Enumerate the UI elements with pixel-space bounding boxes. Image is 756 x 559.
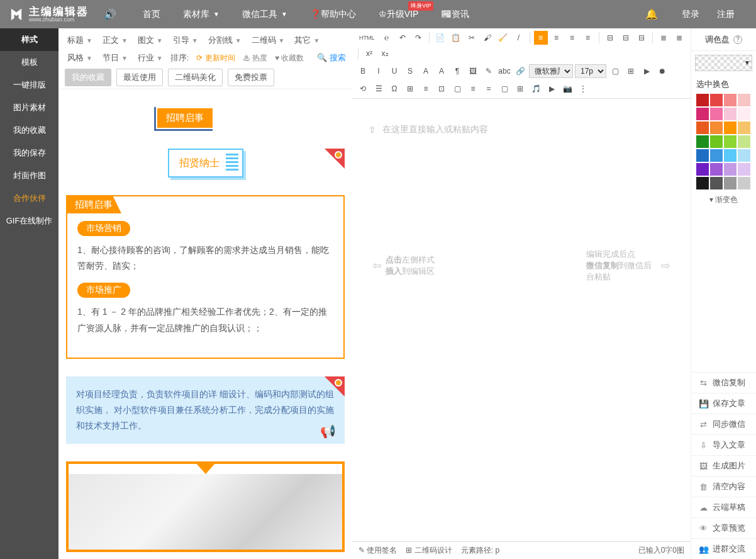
topnav-item-5[interactable]: 📰资讯 — [430, 0, 481, 28]
filter-引导[interactable]: 引导▼ — [170, 33, 201, 47]
toolbar-btn[interactable]: / — [512, 31, 526, 45]
color-swatch[interactable] — [724, 121, 737, 134]
toolbar-btn[interactable]: abc — [498, 64, 511, 78]
toolbar-btn[interactable]: = — [482, 82, 496, 96]
color-swatch[interactable] — [738, 108, 750, 120]
filter-风格[interactable]: 风格▼ — [65, 51, 95, 65]
toolbar-btn[interactable]: ¶ — [450, 64, 464, 78]
toolbar-btn[interactable]: ⊟ — [635, 31, 648, 45]
color-swatch[interactable] — [738, 121, 750, 134]
sidebar-item-5[interactable]: 我的保存 — [0, 142, 58, 164]
color-swatch[interactable] — [710, 163, 723, 176]
topnav-item-3[interactable]: ❓帮助中心 — [299, 0, 367, 28]
color-swatch[interactable] — [710, 94, 723, 106]
color-swatch[interactable] — [696, 94, 709, 106]
toolbar-btn[interactable]: ≡ — [466, 82, 480, 96]
toolbar-btn[interactable]: ▢ — [450, 82, 464, 96]
action-云端草稿[interactable]: ☁云端草稿 — [691, 497, 756, 517]
color-swatch[interactable] — [696, 163, 709, 176]
toolbar-btn[interactable]: ▢ — [608, 64, 622, 78]
toolbar-btn[interactable]: ⊞ — [403, 82, 417, 96]
filter-正文[interactable]: 正文▼ — [100, 33, 130, 47]
toolbar-btn[interactable]: HTML — [356, 31, 378, 45]
color-swatch[interactable] — [710, 177, 723, 189]
style-block-1[interactable]: 招聘启事 — [66, 107, 345, 131]
toolbar-btn[interactable]: 🖌 — [481, 31, 494, 45]
color-swatch[interactable] — [696, 108, 709, 120]
style-block-2[interactable]: 招贤纳士 — [66, 149, 345, 178]
topnav-item-2[interactable]: 微信工具▼ — [231, 0, 299, 28]
sidebar-item-3[interactable]: 图片素材 — [0, 96, 58, 119]
sidebar-item-7[interactable]: 合作伙伴 — [0, 187, 58, 210]
color-swatch[interactable] — [738, 94, 750, 106]
toolbar-btn[interactable]: A — [435, 64, 448, 78]
style-block-4[interactable]: 对项目经理负责，负责软件项目的详 细设计、编码和内部测试的组织实施， 对小型软件… — [66, 376, 345, 444]
color-swatch[interactable] — [696, 121, 709, 134]
sort-opt-0[interactable]: ⟳ 更新时间 — [196, 53, 235, 64]
toolbar-btn[interactable]: ≡ — [565, 31, 579, 45]
filter-btn-1[interactable]: 最近使用 — [116, 69, 163, 86]
sidebar-item-8[interactable]: GIF在线制作 — [0, 210, 58, 232]
toolbar-btn[interactable]: ⏺ — [655, 64, 669, 78]
sort-opt-2[interactable]: ♥ 收藏数 — [275, 53, 304, 64]
toolbar-btn[interactable]: 🖼 — [466, 64, 480, 78]
toolbar-btn[interactable]: ▶ — [545, 82, 559, 96]
sidebar-item-1[interactable]: 模板 — [0, 51, 58, 74]
style-block-3[interactable]: 招聘启事 市场营销 1、耐心接待顾客的咨询，了解顾客的需求并达成当月销售，能吃苦… — [66, 195, 345, 359]
filter-btn-2[interactable]: 二维码美化 — [168, 69, 223, 86]
sidebar-item-6[interactable]: 封面作图 — [0, 164, 58, 187]
filter-btn-3[interactable]: 免费投票 — [228, 69, 274, 86]
toolbar-btn[interactable]: ↷ — [411, 31, 425, 45]
action-微信复制[interactable]: ⇆微信复制 — [691, 372, 756, 393]
action-进群交流[interactable]: 👥进群交流 — [691, 538, 756, 559]
color-swatch[interactable] — [724, 135, 737, 148]
color-swatch[interactable] — [738, 163, 750, 176]
color-swatch[interactable] — [696, 149, 709, 162]
toolbar-btn[interactable]: ⊞ — [624, 64, 638, 78]
toolbar-btn[interactable]: ✎ — [482, 64, 496, 78]
action-文章预览[interactable]: 👁文章预览 — [691, 517, 756, 538]
gradient-link[interactable]: ▾ 渐变色 — [691, 189, 756, 210]
toolbar-btn[interactable]: ▶ — [640, 64, 653, 78]
help-icon[interactable]: ? — [733, 35, 742, 44]
color-swatch[interactable] — [724, 94, 737, 106]
toolbar-btn[interactable]: ≡ — [419, 82, 433, 96]
topnav-item-4[interactable]: ♔升级VIP终身VIP — [367, 0, 430, 28]
toolbar-btn[interactable]: x² — [362, 47, 376, 60]
toolbar-btn[interactable]: Ω — [387, 82, 401, 96]
toolbar-btn[interactable]: ⊞ — [513, 82, 527, 96]
filter-二维码[interactable]: 二维码▼ — [249, 33, 287, 47]
register-link[interactable]: 注册 — [708, 9, 743, 20]
toolbar-btn[interactable]: ☰ — [372, 82, 386, 96]
action-导入文章[interactable]: ⇩导入文章 — [691, 434, 756, 455]
color-swatch[interactable] — [710, 108, 723, 120]
toolbar-btn[interactable]: 🎵 — [529, 82, 543, 96]
toolbar-btn[interactable]: ⊟ — [619, 31, 633, 45]
color-swatch[interactable] — [724, 177, 737, 189]
filter-分割线[interactable]: 分割线▼ — [206, 33, 244, 47]
toolbar-btn[interactable]: S — [403, 64, 417, 78]
filter-节日[interactable]: 节日▼ — [100, 51, 130, 65]
color-swatch[interactable] — [696, 135, 709, 148]
qr-design[interactable]: ⊞ 二维码设计 — [406, 545, 452, 556]
sidebar-item-4[interactable]: 我的收藏 — [0, 119, 58, 142]
toolbar-btn[interactable]: x₂ — [378, 47, 392, 60]
editor-canvas[interactable]: ⇧ 在这里直接输入或粘贴内容 ⇦ 点击左侧样式插入到编辑区 编辑完成后点微信复制… — [352, 99, 691, 541]
logo[interactable]: 主编编辑器 www.zhubian.com — [0, 6, 96, 23]
sort-opt-1[interactable]: ♨ 热度 — [243, 53, 267, 64]
search-link[interactable]: 🔍 搜索 — [317, 52, 346, 64]
color-swatch[interactable] — [724, 108, 737, 120]
color-swatch[interactable] — [696, 177, 709, 189]
toolbar-btn[interactable]: ↶ — [396, 31, 409, 45]
toolbar-btn[interactable]: I — [372, 64, 386, 78]
style-block-5[interactable] — [66, 461, 345, 552]
toolbar-btn[interactable]: ≣ — [672, 31, 686, 45]
toolbar-btn[interactable]: ▢ — [498, 82, 511, 96]
color-swatch[interactable] — [724, 149, 737, 162]
use-signature[interactable]: ✎ 使用签名 — [359, 545, 397, 556]
color-swatch[interactable] — [710, 149, 723, 162]
toolbar-btn[interactable]: ≡ — [534, 31, 548, 45]
color-swatch[interactable] — [738, 135, 750, 148]
color-swatch[interactable] — [738, 149, 750, 162]
toolbar-btn[interactable]: 📄 — [433, 31, 447, 45]
